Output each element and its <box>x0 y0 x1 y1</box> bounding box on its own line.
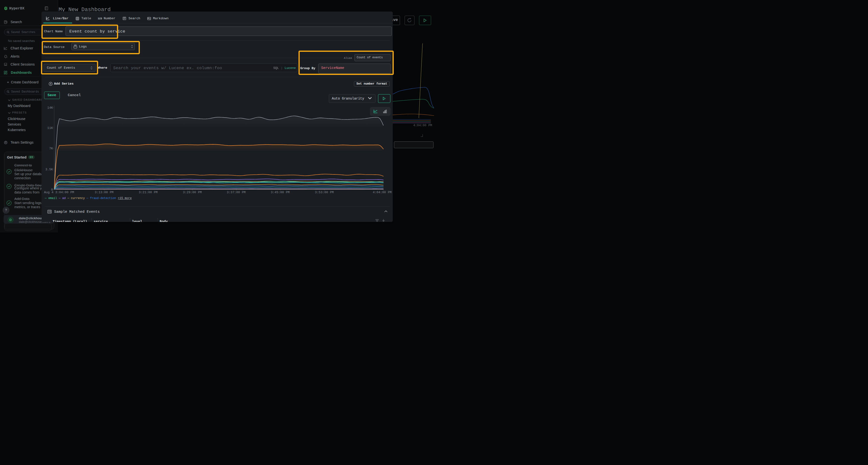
svg-text:4:04:00 PM: 4:04:00 PM <box>373 191 392 194</box>
svg-text:3.5K: 3.5K <box>45 168 53 171</box>
svg-text:3:37:00 PM: 3:37:00 PM <box>227 191 245 194</box>
svg-text:3:29:00 PM: 3:29:00 PM <box>183 191 202 194</box>
svg-text:3:45:00 PM: 3:45:00 PM <box>271 191 289 194</box>
svg-text:3:53:00 PM: 3:53:00 PM <box>315 191 334 194</box>
svg-text:3:21:00 PM: 3:21:00 PM <box>138 191 157 194</box>
svg-text:11K: 11K <box>47 126 53 130</box>
svg-text:3:13:00 PM: 3:13:00 PM <box>95 191 114 194</box>
svg-text:7K: 7K <box>49 147 53 150</box>
svg-text:Aug 4 3:04:00 PM: Aug 4 3:04:00 PM <box>44 191 74 194</box>
svg-text:14K: 14K <box>47 106 53 110</box>
